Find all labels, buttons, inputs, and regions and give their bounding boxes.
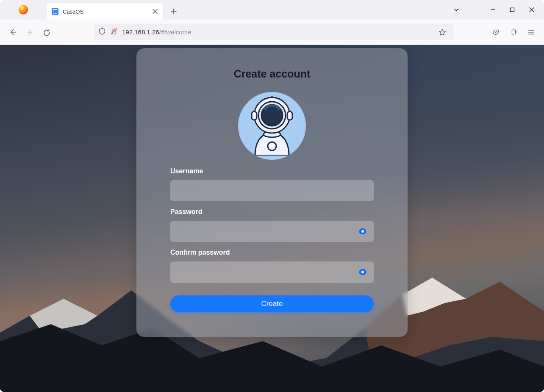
browser-toolbar: 192.168.1.26/#/welcome: [0, 19, 544, 45]
toggle-password-visibility[interactable]: [357, 225, 369, 237]
confirm-password-input[interactable]: [170, 261, 374, 283]
password-input[interactable]: [170, 221, 374, 242]
toggle-confirm-password-visibility[interactable]: [357, 266, 369, 278]
window-controls: [447, 0, 541, 19]
avatar-astronaut: [238, 92, 306, 160]
window-close-button[interactable]: [522, 0, 541, 19]
firefox-logo: [0, 0, 47, 19]
svg-point-11: [361, 230, 364, 233]
tab-favicon: [52, 8, 58, 15]
puzzle-icon: [510, 28, 517, 36]
window-minimize-button[interactable]: [483, 0, 502, 19]
maximize-icon: [510, 7, 515, 12]
svg-rect-0: [511, 8, 514, 12]
new-tab-button[interactable]: [167, 5, 180, 18]
browser-tab[interactable]: CasaOS: [47, 3, 163, 19]
minimize-icon: [490, 7, 495, 12]
pocket-icon: [492, 28, 500, 36]
nav-forward-button[interactable]: [22, 25, 37, 40]
shield-icon[interactable]: [98, 28, 106, 37]
plus-icon: [171, 8, 177, 14]
url-bar[interactable]: 192.168.1.26/#/welcome: [94, 24, 454, 40]
nav-back-button[interactable]: [5, 25, 20, 40]
close-icon: [529, 7, 534, 12]
eye-icon: [358, 267, 367, 277]
chevron-down-icon: [454, 7, 459, 12]
tab-close-button[interactable]: [151, 8, 159, 15]
avatar-wrap: [170, 92, 374, 160]
pocket-button[interactable]: [488, 25, 503, 40]
url-security-icons: [98, 28, 118, 37]
svg-point-12: [361, 271, 364, 273]
window-maximize-button[interactable]: [502, 0, 522, 19]
username-input[interactable]: [170, 180, 374, 201]
browser-tab-strip: CasaOS: [0, 0, 544, 19]
password-label: Password: [170, 208, 374, 216]
tab-list-button[interactable]: [447, 0, 466, 19]
arrow-left-icon: [9, 28, 17, 36]
toolbar-right: [460, 25, 539, 40]
app-menu-button[interactable]: [524, 25, 539, 40]
svg-point-4: [268, 142, 276, 150]
url-host: 192.168.1.26: [122, 28, 159, 36]
bookmark-button[interactable]: [435, 25, 450, 40]
url-text: 192.168.1.26/#/welcome: [122, 28, 191, 36]
create-button[interactable]: Create: [170, 295, 374, 312]
username-label: Username: [170, 167, 374, 175]
firefox-icon: [19, 5, 28, 14]
tab-title: CasaOS: [63, 8, 83, 15]
reload-icon: [43, 28, 50, 36]
card-heading: Create account: [170, 68, 374, 80]
star-icon: [439, 28, 446, 36]
close-icon: [153, 9, 158, 14]
insecure-lock-icon[interactable]: [110, 28, 118, 37]
arrow-right-icon: [26, 28, 33, 36]
hamburger-icon: [527, 28, 535, 36]
astronaut-icon: [244, 96, 300, 156]
extensions-button[interactable]: [506, 25, 521, 40]
create-account-card: Create account: [136, 48, 408, 337]
svg-rect-7: [287, 111, 292, 120]
svg-rect-6: [252, 111, 257, 120]
url-path: /#/welcome: [159, 28, 192, 36]
confirm-password-label: Confirm password: [170, 249, 374, 256]
eye-icon: [358, 227, 367, 236]
page-viewport: Create account: [0, 45, 544, 392]
nav-reload-button[interactable]: [39, 25, 54, 40]
